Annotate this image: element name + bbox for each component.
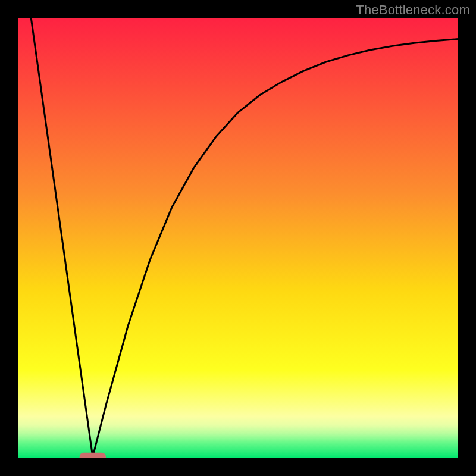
plot-svg [18,18,458,458]
minimum-marker [80,453,106,458]
plot-area [18,18,458,458]
watermark-text: TheBottleneck.com [356,2,470,18]
chart-frame: TheBottleneck.com [0,0,476,476]
